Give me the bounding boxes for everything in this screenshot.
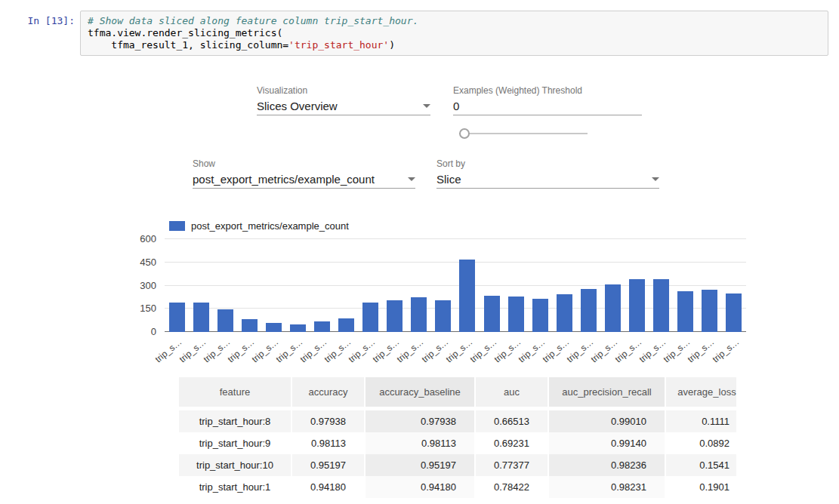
bar[interactable] bbox=[653, 279, 669, 332]
slider-knob[interactable] bbox=[459, 128, 470, 139]
chevron-down-icon bbox=[652, 177, 659, 181]
bar-slot bbox=[674, 291, 698, 332]
bar[interactable] bbox=[484, 296, 500, 332]
bar-slot bbox=[625, 279, 649, 332]
visualization-value: Slices Overview bbox=[257, 100, 338, 112]
bar-slot bbox=[237, 319, 261, 332]
column-header-accuracy[interactable]: accuracy bbox=[292, 377, 366, 410]
threshold-input[interactable]: 0 bbox=[453, 100, 642, 115]
show-dropdown[interactable]: post_export_metrics/example_count bbox=[193, 173, 415, 189]
column-header-auc_precision_recall[interactable]: auc_precision_recall bbox=[549, 377, 666, 410]
metrics-table: featureaccuracyaccuracy_baselineaucauc_p… bbox=[179, 377, 736, 498]
bar-chart: 0150300450600 bbox=[165, 239, 746, 332]
bar-slot bbox=[722, 293, 746, 332]
table-row[interactable]: trip_start_hour:100.951970.951970.773770… bbox=[179, 454, 736, 476]
code-line-3: tfma_result_1, slicing_column= bbox=[88, 39, 288, 51]
column-header-auc[interactable]: auc bbox=[476, 377, 549, 410]
metric-cell: 0.78422 bbox=[476, 476, 549, 498]
bar[interactable] bbox=[362, 303, 378, 332]
feature-cell: trip_start_hour:8 bbox=[179, 410, 292, 432]
metric-cell: 0.95197 bbox=[292, 454, 366, 476]
chevron-down-icon bbox=[423, 104, 430, 108]
bar[interactable] bbox=[532, 299, 548, 332]
bar[interactable] bbox=[629, 279, 645, 332]
visualization-dropdown[interactable]: Slices Overview bbox=[257, 100, 430, 115]
bar[interactable] bbox=[605, 284, 621, 332]
bar[interactable] bbox=[217, 309, 233, 332]
bar[interactable] bbox=[459, 260, 475, 332]
column-header-accuracy_baseline[interactable]: accuracy_baseline bbox=[366, 377, 476, 410]
bar-slot bbox=[165, 303, 189, 332]
metric-cell: 0.95197 bbox=[366, 454, 476, 476]
metric-cell: 0.1541 bbox=[666, 454, 736, 476]
controls-row-2: Show post_export_metrics/example_count S… bbox=[193, 158, 839, 189]
legend-label: post_export_metrics/example_count bbox=[191, 220, 349, 232]
metric-cell: 0.1111 bbox=[666, 410, 736, 432]
column-header-feature[interactable]: feature bbox=[179, 377, 292, 410]
bar[interactable] bbox=[677, 291, 693, 332]
metric-cell: 0.99010 bbox=[549, 410, 666, 432]
table-row[interactable]: trip_start_hour:10.941800.941800.784220.… bbox=[179, 476, 736, 498]
bar-slot bbox=[383, 300, 407, 332]
bar-slot bbox=[213, 309, 237, 332]
threshold-slider[interactable] bbox=[459, 128, 588, 139]
chart-legend: post_export_metrics/example_count bbox=[169, 221, 839, 231]
threshold-label: Examples (Weighted) Threshold bbox=[453, 85, 642, 96]
bar-slot bbox=[261, 323, 285, 332]
bar[interactable] bbox=[726, 293, 742, 332]
bar-slot bbox=[698, 290, 722, 332]
bar[interactable] bbox=[557, 294, 572, 332]
bar[interactable] bbox=[387, 300, 403, 332]
slider-track[interactable] bbox=[459, 133, 588, 134]
bar-slot bbox=[504, 297, 528, 332]
metric-cell: 0.97938 bbox=[366, 410, 476, 432]
table-row[interactable]: trip_start_hour:80.979380.979380.665130.… bbox=[179, 410, 736, 432]
cell-prompt: In [13]: bbox=[0, 11, 80, 56]
bar[interactable] bbox=[193, 303, 209, 332]
controls-row-1: Visualization Slices Overview Examples (… bbox=[257, 85, 839, 139]
y-axis-tick-label: 150 bbox=[125, 303, 156, 314]
feature-cell: trip_start_hour:10 bbox=[179, 454, 292, 476]
metric-cell: 0.69231 bbox=[476, 432, 549, 454]
bar-slot bbox=[480, 296, 504, 332]
metric-cell: 0.98231 bbox=[549, 476, 666, 498]
bar[interactable] bbox=[338, 318, 354, 332]
bar-slot bbox=[455, 260, 480, 332]
bar-slot bbox=[528, 299, 552, 332]
show-label: Show bbox=[193, 158, 415, 169]
bar[interactable] bbox=[169, 303, 185, 332]
code-editor[interactable]: # Show data sliced along feature column … bbox=[80, 11, 828, 56]
show-value: post_export_metrics/example_count bbox=[193, 173, 375, 186]
bar[interactable] bbox=[242, 319, 258, 332]
bar-slot bbox=[576, 289, 600, 332]
bar[interactable] bbox=[266, 323, 282, 332]
metric-cell: 0.66513 bbox=[476, 410, 549, 432]
bar[interactable] bbox=[435, 300, 451, 332]
bar-slot bbox=[600, 284, 625, 332]
bar-slot bbox=[359, 303, 383, 332]
table-header-row: featureaccuracyaccuracy_baselineaucauc_p… bbox=[179, 377, 736, 410]
bar[interactable] bbox=[508, 297, 524, 332]
table-row[interactable]: trip_start_hour:90.981130.981130.692310.… bbox=[179, 432, 736, 454]
bar[interactable] bbox=[581, 289, 597, 332]
x-axis-tick-label: trip_s… bbox=[153, 337, 184, 364]
threshold-control: Examples (Weighted) Threshold 0 bbox=[453, 85, 642, 139]
metric-cell: 0.98113 bbox=[292, 432, 366, 454]
metric-cell: 0.99140 bbox=[549, 432, 666, 454]
bar-slot bbox=[431, 300, 455, 332]
code-comment: # Show data sliced along feature column … bbox=[88, 15, 418, 26]
bar[interactable] bbox=[411, 297, 427, 332]
table-body: trip_start_hour:80.979380.979380.665130.… bbox=[179, 410, 736, 498]
bar-slot bbox=[552, 294, 576, 332]
notebook-cell: In [13]: # Show data sliced along featur… bbox=[0, 0, 839, 56]
column-header-average_loss[interactable]: average_loss bbox=[666, 377, 736, 410]
bar[interactable] bbox=[702, 290, 717, 332]
sort-dropdown[interactable]: Slice bbox=[436, 173, 659, 189]
code-string: 'trip_start_hour' bbox=[288, 39, 389, 51]
bar[interactable] bbox=[314, 321, 330, 332]
y-axis-tick-label: 600 bbox=[125, 234, 156, 244]
chevron-down-icon bbox=[408, 177, 415, 181]
metric-cell: 0.0892 bbox=[666, 432, 736, 454]
bar[interactable] bbox=[290, 324, 306, 332]
sort-control: Sort by Slice bbox=[436, 158, 659, 189]
